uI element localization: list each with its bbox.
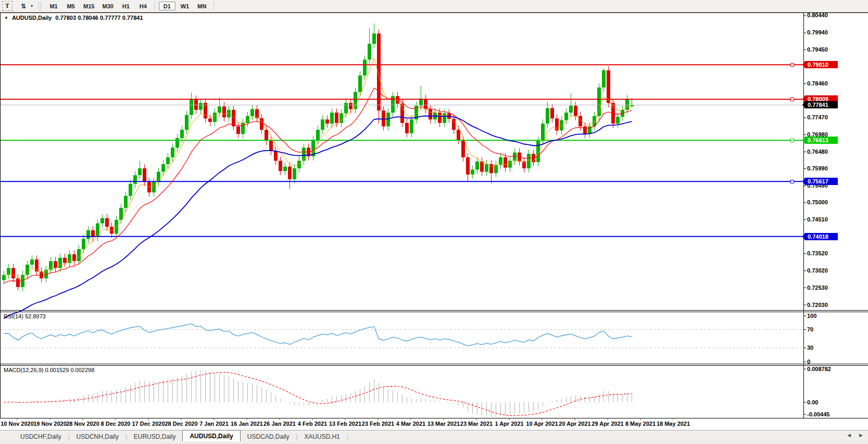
candle-body <box>574 106 577 116</box>
candle-body <box>124 196 128 208</box>
candle-body <box>325 119 329 124</box>
rsi-tick-label: 100 <box>807 313 816 319</box>
price-level-tag[interactable]: 0.74018 <box>805 233 838 240</box>
macd-tick-label: -0.00445 <box>807 411 829 417</box>
candle-body <box>504 157 507 168</box>
candle-body <box>372 33 376 44</box>
ma-medium-line <box>4 88 632 283</box>
candle-body <box>180 130 184 138</box>
tab-scroll-left-icon[interactable]: ◀ <box>847 433 851 438</box>
price-level-tag[interactable]: 0.75617 <box>805 178 838 185</box>
candle-body <box>138 168 142 175</box>
tab-separator: | <box>347 434 348 440</box>
line-handle[interactable] <box>790 139 794 142</box>
tab-usdcad[interactable]: USDCAD,Daily <box>241 432 296 441</box>
candle-body <box>190 100 193 115</box>
date-tick-label: 23 Feb 2021 <box>362 421 394 427</box>
tab-xauusd[interactable]: XAUUSD,H1 <box>297 432 347 441</box>
candle-body <box>578 116 582 127</box>
price-tick-label: 0.74510 <box>807 216 828 223</box>
symbol-period-label: AUDUSD,Daily <box>12 15 52 21</box>
price-tick-label: 0.79940 <box>807 29 828 35</box>
candle-body <box>560 120 563 131</box>
candle-body <box>208 118 212 122</box>
terminal-window: T ⇅ ▾ M1M5M15M30H1H4D1W1MN ▼ AUDUSD,Dail… <box>0 0 868 444</box>
line-handle[interactable] <box>790 180 794 183</box>
candle-body <box>279 161 282 171</box>
candle-body <box>316 130 320 140</box>
candle-body <box>368 44 371 59</box>
candle-body <box>330 113 334 124</box>
date-tick-label: 13 Mar 2021 <box>427 421 460 427</box>
candle-body <box>194 100 198 110</box>
candle-body <box>527 154 531 168</box>
price-tick-label: 0.77470 <box>807 114 828 120</box>
price-tick-label: 0.76480 <box>807 149 828 155</box>
candle-body <box>274 151 278 161</box>
tab-usdchf[interactable]: USDCHF,Daily <box>14 432 68 441</box>
chart-canvas <box>0 0 868 444</box>
price-tick-label: 0.79450 <box>807 46 828 53</box>
candle-body <box>358 76 362 92</box>
candle-body <box>16 278 20 287</box>
candle-body <box>288 167 292 179</box>
macd-tick-label: 0.008782 <box>807 366 831 372</box>
price-tick-label: 0.80440 <box>807 12 828 18</box>
tab-audusd[interactable]: AUDUSD,Daily <box>182 430 240 441</box>
candle-body <box>541 124 545 141</box>
candle-body <box>96 224 99 237</box>
candle-body <box>11 268 15 278</box>
candle-body <box>386 113 390 126</box>
candle-body <box>82 239 85 249</box>
price-tick-label: 0.75000 <box>807 199 828 205</box>
candle-body <box>607 70 610 103</box>
tab-usdcnh[interactable]: USDCNH,Daily <box>70 432 125 441</box>
date-tick-label: 26 Jan 2021 <box>263 421 296 427</box>
tab-scroll-right-icon[interactable]: ▶ <box>859 433 863 438</box>
line-handle[interactable] <box>790 97 794 101</box>
candle-body <box>236 126 240 134</box>
candle-body <box>550 108 554 118</box>
date-tick-label: 18 May 2021 <box>657 421 690 427</box>
candle-body <box>405 123 409 133</box>
date-tick-label: 16 Jan 2021 <box>231 421 263 427</box>
candle-body <box>457 130 460 140</box>
candle-body <box>222 106 226 117</box>
price-tick-label: 0.72530 <box>807 285 828 291</box>
candle-body <box>185 115 188 130</box>
candle-body <box>30 260 34 265</box>
price-level-tag[interactable]: 0.76813 <box>805 137 838 144</box>
candle-body <box>143 168 146 182</box>
collapse-icon[interactable]: ▼ <box>4 16 8 20</box>
date-tick-label: 29 Apr 2021 <box>592 421 623 427</box>
rsi-tick-label: 30 <box>807 344 813 351</box>
candle-body <box>241 123 245 134</box>
price-tick-label: 0.73520 <box>807 250 828 256</box>
candle-body <box>283 167 287 171</box>
candle-body <box>344 103 348 114</box>
candle-body <box>471 170 474 175</box>
macd-indicator-label: MACD(12,26,9) 0.001529 0.002298 <box>4 367 94 373</box>
candle-body <box>175 138 179 147</box>
date-tick-label: 4 Mar 2021 <box>396 421 425 427</box>
candle-body <box>363 59 367 75</box>
candle-body <box>129 184 132 196</box>
candle-body <box>86 230 90 239</box>
price-level-tag[interactable]: 0.79010 <box>805 61 838 68</box>
candle-body <box>616 117 620 124</box>
date-tick-label: 7 Jan 2021 <box>199 421 229 427</box>
rsi-indicator-label: RSI(14) 52.8973 <box>4 313 46 319</box>
candle-body <box>213 113 217 122</box>
candle-body <box>382 110 385 126</box>
rsi-line <box>4 324 632 346</box>
candle-body <box>569 106 573 113</box>
candle-body <box>227 110 231 118</box>
line-handle[interactable] <box>790 63 794 67</box>
candle-body <box>466 157 470 175</box>
candle-body <box>429 109 432 119</box>
candle-body <box>232 110 235 127</box>
tab-eurusd[interactable]: EURUSD,Daily <box>127 432 183 441</box>
macd-tick-label: 0.00 <box>807 399 818 405</box>
candle-body <box>419 99 423 106</box>
candle-body <box>260 118 263 130</box>
